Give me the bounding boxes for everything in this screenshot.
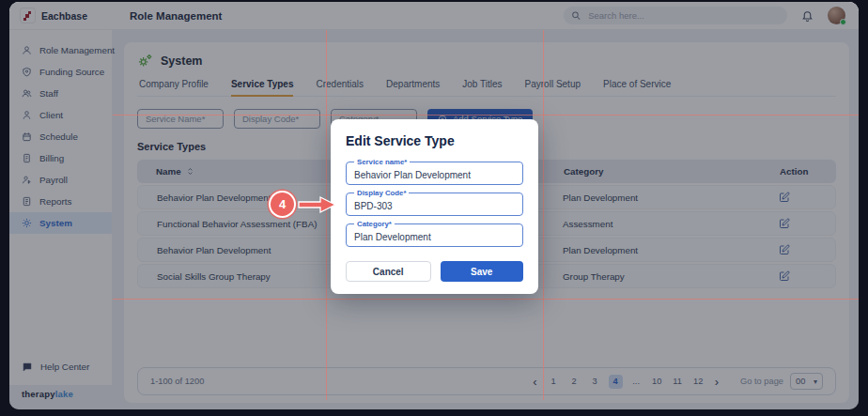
- app-window: Eachbase Role Management Role Management: [9, 2, 859, 409]
- annotation-guide-bottom: [113, 299, 859, 300]
- display-code-label: Display Code*: [354, 189, 409, 197]
- service-name-label: Service name*: [354, 158, 410, 166]
- edit-service-type-modal: Edit Service Type Service name* Display …: [331, 119, 538, 294]
- screenshot-frame: Eachbase Role Management Role Management: [0, 0, 868, 416]
- category-label: Category*: [354, 220, 395, 228]
- category-field: Category*: [346, 223, 523, 247]
- modal-actions: Cancel Save: [346, 261, 523, 282]
- modal-title: Edit Service Type: [346, 133, 523, 148]
- annotation-guide-left: [326, 30, 327, 400]
- arrow-right-icon: [297, 195, 338, 214]
- annotation-guide-right: [543, 30, 544, 400]
- step-number-badge: 4: [269, 191, 296, 218]
- service-name-field: Service name*: [346, 162, 523, 185]
- cancel-button[interactable]: Cancel: [346, 261, 431, 282]
- display-code-field: Display Code*: [346, 193, 523, 216]
- save-button[interactable]: Save: [441, 261, 524, 282]
- annotation-guide-top: [113, 115, 859, 116]
